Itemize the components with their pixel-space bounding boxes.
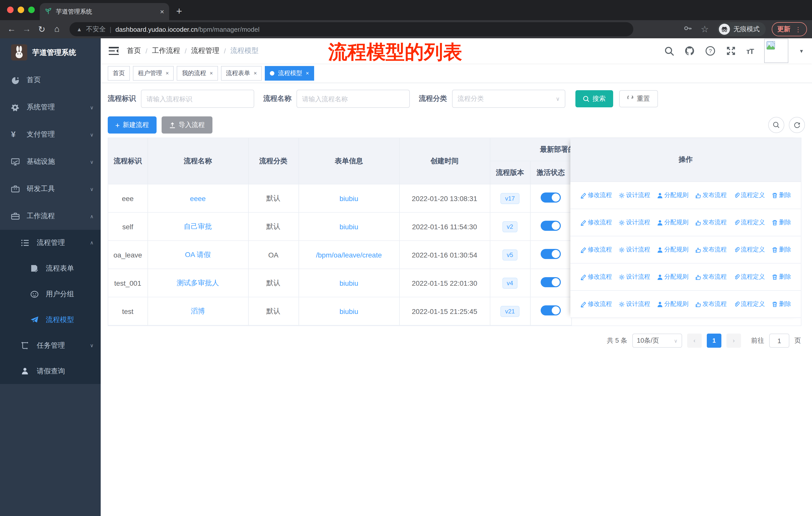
publish-process-link[interactable]: 发布流程 (695, 191, 727, 199)
bookmark-star-icon[interactable]: ☆ (698, 24, 711, 35)
active-toggle[interactable] (541, 221, 561, 231)
delete-link[interactable]: 删除 (772, 218, 791, 227)
assign-rule-link[interactable]: 分配规则 (657, 191, 689, 199)
delete-link[interactable]: 删除 (772, 273, 791, 281)
avatar-caret-icon[interactable]: ▼ (799, 48, 804, 54)
goto-page-input[interactable] (769, 333, 789, 348)
publish-process-link[interactable]: 发布流程 (695, 245, 727, 254)
sidebar-item-system[interactable]: 系统管理 ∨ (0, 94, 101, 121)
active-toggle[interactable] (541, 305, 561, 316)
active-toggle[interactable] (541, 192, 561, 202)
sidebar-item-workflow[interactable]: 工作流程 ∧ (0, 202, 101, 230)
close-window-button[interactable] (7, 6, 13, 13)
refresh-icon[interactable] (789, 117, 805, 133)
sidebar-item-process-form[interactable]: 流程表单 (0, 255, 101, 281)
tag-close-icon[interactable]: × (210, 70, 213, 76)
tag-close-icon[interactable]: × (306, 70, 309, 76)
design-process-link[interactable]: 设计流程 (618, 218, 650, 227)
browser-menu-icon[interactable]: ⋮ (795, 25, 802, 33)
back-icon[interactable]: ← (5, 24, 18, 34)
form-info-link[interactable]: /bpm/oa/leave/create (316, 251, 382, 259)
tag-home[interactable]: 首页 (108, 66, 130, 80)
delete-link[interactable]: 删除 (772, 245, 791, 254)
sidebar-item-infra[interactable]: 基础设施 ∨ (0, 148, 101, 175)
publish-process-link[interactable]: 发布流程 (695, 218, 727, 227)
tag-my-process[interactable]: 我的流程× (177, 66, 218, 80)
active-toggle[interactable] (541, 277, 561, 287)
process-definition-link[interactable]: 流程定义 (733, 218, 765, 227)
edit-process-link[interactable]: 修改流程 (580, 191, 612, 199)
sidebar-item-process-mgmt[interactable]: 流程管理 ∧ (0, 230, 101, 255)
tag-process-model-active[interactable]: 流程模型× (265, 66, 314, 80)
tab-close-icon[interactable]: × (160, 7, 164, 16)
assign-rule-link[interactable]: 分配规则 (657, 273, 689, 281)
assign-rule-link[interactable]: 分配规则 (657, 218, 689, 227)
new-tab-button[interactable]: + (176, 5, 182, 17)
sidebar-collapse-icon[interactable] (109, 47, 119, 55)
page-size-select[interactable]: 10条/页 ∨ (632, 333, 682, 348)
delete-link[interactable]: 删除 (772, 300, 791, 308)
edit-process-link[interactable]: 修改流程 (580, 245, 612, 254)
sidebar-item-payment[interactable]: ¥ 支付管理 ∨ (0, 121, 101, 148)
address-bar[interactable]: ▲ 不安全 | dashboard.yudao.iocoder.cn/bpm/m… (69, 22, 633, 36)
assign-rule-link[interactable]: 分配规则 (657, 300, 689, 308)
maximize-window-button[interactable] (28, 6, 35, 13)
sidebar-item-process-model[interactable]: 流程模型 (0, 307, 101, 332)
delete-link[interactable]: 删除 (772, 191, 791, 199)
process-name-link[interactable]: OA 请假 (185, 250, 211, 258)
form-info-link[interactable]: biubiu (340, 279, 358, 287)
fullscreen-icon[interactable] (726, 46, 736, 56)
sidebar-item-task-mgmt[interactable]: 任务管理 ∨ (0, 332, 101, 358)
tag-tenant[interactable]: 租户管理× (133, 66, 174, 80)
sidebar-item-devtools[interactable]: 研发工具 ∨ (0, 175, 101, 202)
process-name-input[interactable] (296, 90, 410, 108)
font-size-icon[interactable]: тT (746, 47, 754, 55)
minimize-window-button[interactable] (18, 6, 24, 13)
avatar[interactable] (764, 39, 788, 63)
publish-process-link[interactable]: 发布流程 (695, 273, 727, 281)
process-name-link[interactable]: eeee (190, 194, 206, 202)
toggle-search-icon[interactable] (768, 117, 784, 133)
design-process-link[interactable]: 设计流程 (618, 245, 650, 254)
process-id-input[interactable] (141, 90, 254, 108)
window-controls[interactable] (7, 6, 35, 13)
next-page-button[interactable]: › (726, 333, 741, 348)
form-info-link[interactable]: biubiu (340, 222, 358, 230)
design-process-link[interactable]: 设计流程 (618, 191, 650, 199)
process-name-link[interactable]: 自己审批 (184, 222, 212, 230)
design-process-link[interactable]: 设计流程 (618, 273, 650, 281)
tag-close-icon[interactable]: × (254, 70, 257, 76)
key-icon[interactable] (683, 24, 692, 35)
tag-process-form[interactable]: 流程表单× (221, 66, 262, 80)
github-icon[interactable] (685, 46, 694, 56)
reset-button[interactable]: 重置 (619, 90, 658, 107)
sidebar-item-user-group[interactable]: 用户分组 (0, 281, 101, 307)
search-icon[interactable] (664, 46, 674, 56)
forward-icon[interactable]: → (20, 24, 33, 34)
form-info-link[interactable]: biubiu (340, 194, 358, 202)
process-name-link[interactable]: 测试多审批人 (177, 278, 219, 287)
edit-process-link[interactable]: 修改流程 (580, 300, 612, 308)
reload-icon[interactable]: ↻ (35, 24, 48, 34)
help-icon[interactable]: ? (705, 46, 715, 56)
search-button[interactable]: 搜索 (575, 90, 613, 107)
prev-page-button[interactable]: ‹ (687, 333, 702, 348)
form-info-link[interactable]: biubiu (340, 307, 358, 315)
page-1-button[interactable]: 1 (707, 333, 721, 348)
browser-update-button[interactable]: 更新 ⋮ (772, 22, 807, 36)
sidebar-item-leave-query[interactable]: 请假查询 (0, 358, 101, 384)
process-definition-link[interactable]: 流程定义 (733, 191, 765, 199)
browser-tab[interactable]: 芋道管理系统 × (40, 3, 169, 20)
process-name-link[interactable]: 滔博 (191, 307, 205, 315)
design-process-link[interactable]: 设计流程 (618, 300, 650, 308)
process-definition-link[interactable]: 流程定义 (733, 273, 765, 281)
home-icon[interactable]: ⌂ (50, 24, 63, 34)
tag-close-icon[interactable]: × (166, 70, 169, 76)
process-definition-link[interactable]: 流程定义 (733, 300, 765, 308)
breadcrumb-item[interactable]: 流程管理 (191, 46, 220, 55)
create-process-button[interactable]: + 新建流程 (108, 116, 156, 134)
breadcrumb-item[interactable]: 首页 (127, 46, 141, 55)
edit-process-link[interactable]: 修改流程 (580, 273, 612, 281)
process-definition-link[interactable]: 流程定义 (733, 245, 765, 254)
category-select[interactable]: 流程分类 ∨ (452, 90, 565, 108)
